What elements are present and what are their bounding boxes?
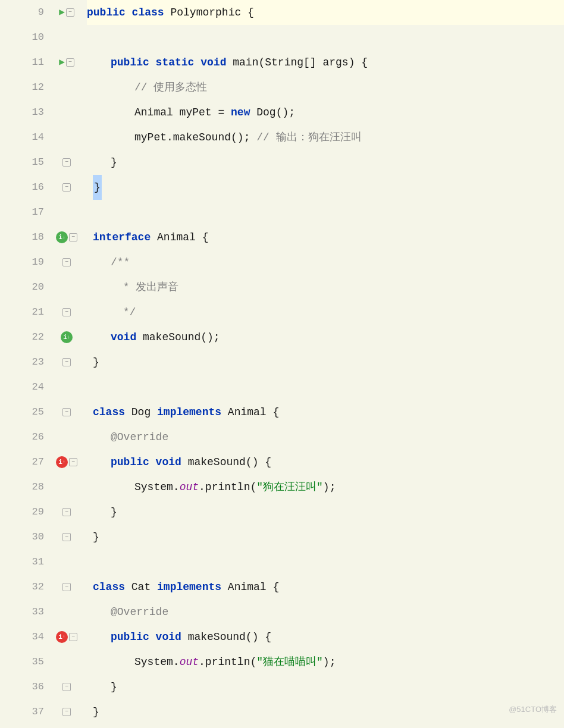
fold-32[interactable]: −: [62, 583, 71, 591]
run-icon-11[interactable]: ▶: [59, 50, 65, 75]
gutter-23[interactable]: −: [49, 350, 84, 375]
code-line-15: }: [87, 150, 564, 175]
code-line-13: Animal myPet = new Dog();: [87, 100, 564, 125]
badge-18: i↓: [56, 231, 68, 243]
gutter-32[interactable]: −: [49, 575, 84, 600]
fold-34[interactable]: −: [69, 633, 77, 641]
fold-19[interactable]: −: [62, 258, 71, 266]
badge-34: i↑: [56, 631, 68, 643]
code-line-22: void makeSound();: [87, 325, 564, 350]
gutter-22[interactable]: i↓: [49, 325, 84, 350]
gutter-18[interactable]: i↓ −: [49, 225, 84, 250]
gutter-37[interactable]: −: [49, 699, 84, 724]
code-line-37: }: [87, 699, 564, 724]
code-line-23: }: [87, 350, 564, 375]
code-line-33: @Override: [87, 600, 564, 625]
gutter-25[interactable]: −: [49, 400, 84, 425]
code-line-34: public void makeSound() {: [87, 625, 564, 649]
gutter-19[interactable]: −: [49, 250, 84, 275]
fold-21[interactable]: −: [62, 308, 71, 316]
gutter-20: [49, 275, 84, 300]
code-line-32: class Cat implements Animal {: [87, 575, 564, 600]
line-numbers: 9 10 11 12 13 14 15 16 17 18 19 20 21 22…: [0, 0, 49, 728]
code-line-14: myPet.makeSound(); // 输出：狗在汪汪叫: [87, 125, 564, 150]
fold-37[interactable]: −: [62, 708, 71, 716]
gutter-34[interactable]: i↑ −: [49, 625, 84, 649]
code-line-27: public void makeSound() {: [87, 450, 564, 475]
gutter-35: [49, 649, 84, 674]
fold-16[interactable]: −: [62, 183, 71, 192]
code-line-26: @Override: [87, 425, 564, 450]
fold-11[interactable]: −: [66, 58, 74, 67]
fold-15[interactable]: −: [62, 158, 71, 167]
code-content: public class Polymorphic { public static…: [84, 0, 564, 728]
gutter-17: [49, 200, 84, 225]
code-line-11: public static void main(String[] args) {: [87, 50, 564, 75]
code-line-9: public class Polymorphic {: [87, 0, 564, 25]
gutter-10: [49, 25, 84, 50]
gutter-26: [49, 425, 84, 450]
code-line-12: // 使用多态性: [87, 75, 564, 100]
code-line-29: }: [87, 500, 564, 525]
code-line-36: }: [87, 674, 564, 699]
gutter-13: [49, 100, 84, 125]
code-line-28: System.out.println("狗在汪汪叫");: [87, 475, 564, 500]
code-line-35: System.out.println("猫在喵喵叫");: [87, 649, 564, 674]
gutter-30[interactable]: −: [49, 525, 84, 550]
fold-29[interactable]: −: [62, 508, 71, 516]
gutter-21[interactable]: −: [49, 300, 84, 325]
gutter-12: [49, 75, 84, 100]
code-line-20: * 发出声音: [87, 275, 564, 300]
code-line-21: */: [87, 300, 564, 325]
gutter-16[interactable]: −: [49, 175, 84, 200]
gutter: ▶ − ▶ − − − i↓ − −: [49, 0, 84, 728]
code-editor: 9 10 11 12 13 14 15 16 17 18 19 20 21 22…: [0, 0, 564, 728]
gutter-11[interactable]: ▶ −: [49, 50, 84, 75]
gutter-29[interactable]: −: [49, 500, 84, 525]
gutter-28: [49, 475, 84, 500]
code-line-25: class Dog implements Animal {: [87, 400, 564, 425]
code-line-10: [87, 25, 564, 50]
code-line-19: /**: [87, 250, 564, 275]
run-icon-9[interactable]: ▶: [59, 0, 65, 25]
code-line-31: [87, 550, 564, 575]
gutter-27[interactable]: i↑ −: [49, 450, 84, 475]
watermark: @51CTO博客: [509, 697, 557, 722]
gutter-14: [49, 125, 84, 150]
fold-9[interactable]: −: [66, 8, 74, 17]
fold-18[interactable]: −: [69, 233, 77, 241]
gutter-9[interactable]: ▶ −: [49, 0, 84, 25]
fold-30[interactable]: −: [62, 533, 71, 541]
gutter-31: [49, 550, 84, 575]
fold-36[interactable]: −: [62, 683, 71, 691]
badge-27: i↑: [56, 456, 68, 468]
fold-25[interactable]: −: [62, 408, 71, 416]
gutter-36[interactable]: −: [49, 674, 84, 699]
code-line-18: interface Animal {: [87, 225, 564, 250]
gutter-15[interactable]: −: [49, 150, 84, 175]
gutter-24: [49, 375, 84, 400]
gutter-33: [49, 600, 84, 625]
code-line-30: }: [87, 525, 564, 550]
code-line-24: [87, 375, 564, 400]
fold-27[interactable]: −: [69, 458, 77, 466]
code-line-17: [87, 200, 564, 225]
badge-22: i↓: [61, 331, 73, 343]
fold-23[interactable]: −: [62, 358, 71, 366]
code-line-16: }: [87, 175, 564, 200]
